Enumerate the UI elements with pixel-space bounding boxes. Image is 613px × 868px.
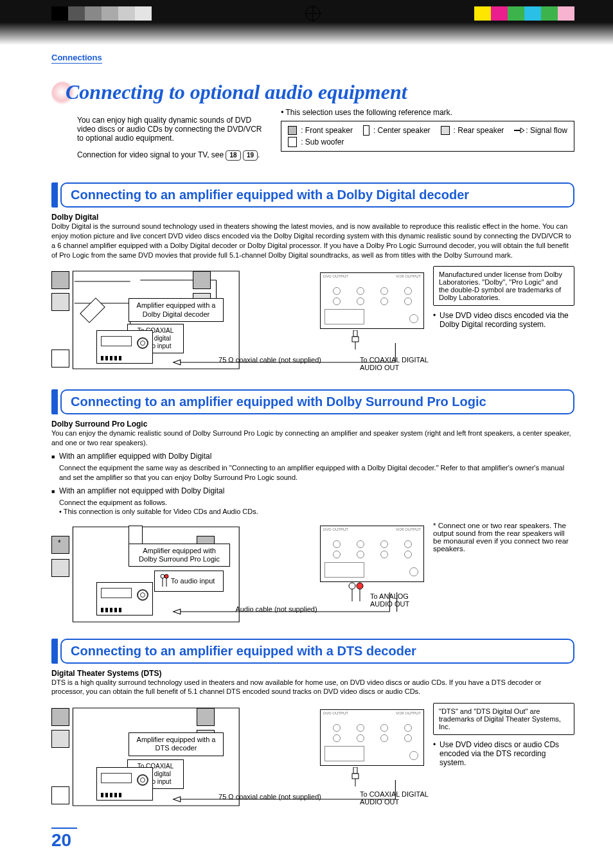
- star-marker: *: [58, 538, 61, 547]
- dvd-vcr-rear-panel: DVD OUTPUTVCR OUTPUT: [320, 709, 424, 766]
- receiver-icon: [96, 582, 153, 616]
- bullet-without-dd-body: Connect the equipment as follows.: [51, 498, 574, 508]
- svg-marker-12: [173, 360, 181, 365]
- subwoofer-icon: [288, 137, 297, 147]
- svg-rect-36: [352, 774, 359, 779]
- heading-accent-bar: [51, 639, 58, 664]
- section-heading-dolby-digital: Connecting to an amplifier equipped with…: [60, 182, 574, 208]
- dolby-usage-note: Use DVD video discs encoded via the Dolb…: [433, 311, 574, 329]
- registration-mark-icon: [305, 5, 321, 22]
- page-number: 20: [51, 828, 77, 851]
- receiver-icon: [96, 330, 153, 364]
- reference-mark-note: • This selection uses the following refe…: [281, 108, 574, 117]
- page-ref-18: 18: [226, 150, 240, 161]
- registration-swatches: [51, 6, 574, 21]
- svg-rect-15: [353, 330, 357, 337]
- subwoofer-icon-diagram: [51, 786, 69, 804]
- rear-speaker-icon: [51, 559, 69, 577]
- intro-paragraph-1: You can enjoy high quality dynamic sound…: [77, 116, 265, 143]
- svg-point-24: [164, 574, 168, 578]
- front-speaker-r-icon: [193, 271, 211, 289]
- signal-flow-icon: [514, 127, 522, 134]
- amp-label-box-b: Amplifier equipped withDolby Surround Pr…: [129, 544, 230, 567]
- intro-paragraph-2: Connection for video signal to your TV, …: [77, 150, 265, 161]
- svg-point-23: [161, 574, 164, 578]
- section-heading-pro-logic: Connecting to an amplifier equipped with…: [60, 389, 574, 414]
- bullet-with-dd: With an amplifier equipped with Dolby Di…: [51, 452, 574, 461]
- front-speaker-icon: [288, 126, 297, 135]
- amp-label-box: Amplifier equipped with aDolby Digital d…: [129, 298, 224, 321]
- cable-label-c: 75 Ω coaxial cable (not supplied): [212, 793, 328, 801]
- coaxial-plug-icon: [351, 330, 360, 350]
- receiver-icon: [96, 767, 153, 801]
- heading-accent-bar: [51, 389, 58, 414]
- subwoofer-icon-diagram: [51, 350, 69, 368]
- dvd-vcr-rear-panel: DVD OUTPUTVCR OUTPUT: [320, 272, 424, 329]
- svg-point-27: [349, 583, 355, 589]
- svg-marker-20: [173, 609, 181, 614]
- rear-speaker-icon: [441, 126, 450, 135]
- audio-out-label-a: To COAXIAL DIGITALAUDIO OUT: [360, 356, 456, 371]
- svg-point-28: [357, 583, 363, 589]
- rear-speaker-star-note: * Connect one or two rear speakers. The …: [433, 522, 574, 553]
- rear-speaker-l-icon: [51, 293, 69, 311]
- svg-rect-35: [353, 767, 357, 774]
- front-speaker-r-icon: [197, 708, 215, 726]
- page-title: Connecting to optional audio equipment: [51, 80, 574, 104]
- dvd-vcr-rear-panel: DVD OUTPUTVCR OUTPUT: [320, 526, 424, 582]
- print-gradient-bar: [0, 0, 613, 45]
- svg-rect-14: [80, 298, 105, 323]
- bullet-without-dd: With an amplifier not equipped with Dolb…: [51, 486, 574, 495]
- rear-speaker-l-icon: [51, 730, 69, 748]
- running-head: Connections: [51, 53, 102, 64]
- dolby-license-note: Manufactured under license from Dolby La…: [433, 266, 574, 306]
- cable-label-b: Audio cable (not supplied): [225, 605, 328, 613]
- subheading-dts: Digital Theater Systems (DTS): [51, 669, 574, 678]
- diagram-pro-logic: * Amplifier equipped withDolby Surround …: [51, 522, 424, 624]
- to-audio-input-label: To audio input: [154, 571, 224, 592]
- svg-marker-4: [520, 128, 524, 133]
- audio-out-label-c: To COAXIAL DIGITALAUDIO OUT: [360, 790, 456, 806]
- rca-plugs-icon: [348, 582, 364, 604]
- bullet-with-dd-body: Connect the equipment the same way as de…: [51, 463, 574, 483]
- svg-marker-33: [173, 797, 181, 802]
- body-dolby-digital: Dolby Digital is the surround sound tech…: [51, 222, 574, 260]
- front-speaker-l-icon: [51, 708, 69, 726]
- audio-out-label-b: To ANALOGAUDIO OUT: [370, 592, 441, 608]
- page-ref-19: 19: [243, 150, 258, 161]
- cable-label-a: 75 Ω coaxial cable (not supplied): [212, 356, 328, 364]
- center-speaker-icon: [363, 125, 369, 136]
- amp-label-box-c: Amplifier equipped with aDTS decoder: [129, 732, 224, 756]
- subheading-pro-logic: Dolby Surround Pro Logic: [51, 420, 574, 429]
- coaxial-plug-icon: [351, 767, 360, 786]
- body-pro-logic: You can enjoy the dynamic realistic soun…: [51, 429, 574, 448]
- diagram-dolby-digital: Amplifier equipped with aDolby Digital d…: [51, 266, 424, 375]
- dts-usage-note: Use DVD video discs or audio CDs encoded…: [433, 740, 574, 767]
- svg-rect-16: [352, 337, 359, 342]
- front-speaker-l-icon: [51, 271, 69, 289]
- section-heading-dts: Connecting to an amplifier equipped with…: [60, 639, 574, 664]
- diagram-dts: Amplifier equipped with aDTS decoder To …: [51, 703, 424, 812]
- legend-box: : Front speaker : Center speaker : Rear …: [281, 121, 574, 152]
- dts-trademark-note: "DTS" and "DTS Digital Out" are trademar…: [433, 703, 574, 735]
- bullet-without-dd-note: • This connection is only suitable for V…: [51, 508, 574, 515]
- body-dts: DTS is a high quality surround technolog…: [51, 678, 574, 697]
- subheading-dolby-digital: Dolby Digital: [51, 213, 574, 222]
- heading-accent-bar: [51, 182, 58, 208]
